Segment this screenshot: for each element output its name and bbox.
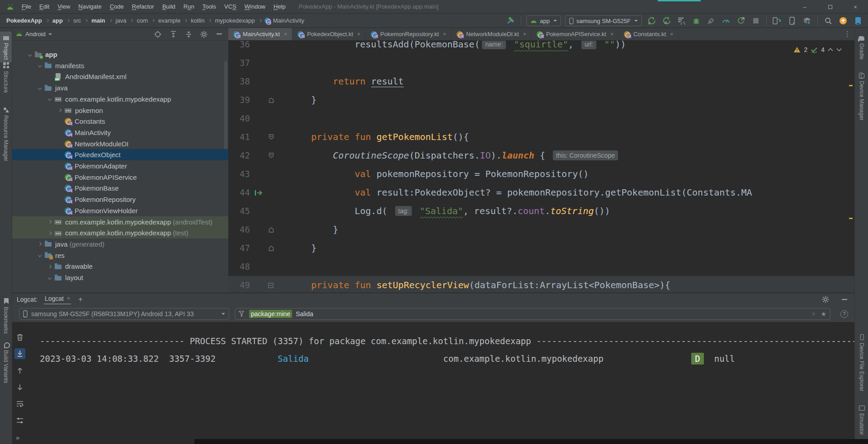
- breadcrumb-item[interactable]: java: [115, 17, 127, 24]
- editor-tab[interactable]: MainActivity.kt×: [228, 28, 292, 40]
- run-config-dropdown[interactable]: app: [526, 15, 561, 26]
- tool-strip-item-device-manager[interactable]: Device Manager: [855, 70, 868, 123]
- breadcrumb-item[interactable]: mypokedexapp: [214, 17, 255, 24]
- logcat-device-dropdown[interactable]: samsung SM-G525F (R58R313M1PY) Android 1…: [19, 308, 229, 320]
- favorite-filter-star-icon[interactable]: ★: [821, 310, 826, 318]
- tool-strip-item-project[interactable]: Project: [0, 32, 12, 62]
- close-icon[interactable]: ×: [443, 31, 446, 37]
- chevron-down-icon[interactable]: [48, 97, 52, 101]
- tree-row[interactable]: manifests: [12, 60, 228, 71]
- tree-row[interactable]: NetworkModuleDI: [12, 138, 228, 150]
- tree-row[interactable]: PokedexObject: [12, 149, 228, 160]
- tree-row[interactable]: PokemonAdapter: [12, 160, 228, 172]
- previous-occurrence-button[interactable]: [14, 365, 25, 376]
- fold-marker-icon[interactable]: [268, 276, 274, 293]
- sync-list-button[interactable]: [676, 15, 687, 26]
- menu-help[interactable]: Help: [269, 3, 290, 10]
- fold-marker-icon[interactable]: [268, 91, 274, 109]
- tree-row[interactable]: MainActivity: [12, 127, 228, 138]
- breadcrumb-item[interactable]: MainActivity: [272, 17, 305, 24]
- close-icon[interactable]: ×: [670, 31, 673, 37]
- tree-row[interactable]: app: [12, 49, 228, 60]
- menu-tools[interactable]: Tools: [198, 3, 220, 10]
- menu-code[interactable]: Code: [106, 3, 128, 10]
- build-hammer-button[interactable]: [505, 15, 516, 26]
- chevron-down-icon[interactable]: [38, 86, 42, 89]
- menu-vcs[interactable]: VCS: [220, 3, 241, 10]
- chevron-right-icon[interactable]: [48, 231, 52, 234]
- new-logcat-tab-button[interactable]: +: [78, 295, 83, 304]
- breadcrumb-item[interactable]: app: [52, 17, 64, 24]
- breadcrumb-item[interactable]: com: [136, 17, 149, 24]
- target-device-dropdown[interactable]: samsung SM-G525F: [565, 15, 642, 26]
- menu-refactor[interactable]: Refactor: [128, 3, 158, 10]
- tree-row[interactable]: com.example.kotlin.mypokedexapp(test): [12, 227, 228, 238]
- menu-edit[interactable]: Edit: [35, 3, 53, 10]
- tree-row[interactable]: java: [12, 82, 228, 93]
- search-everywhere-button[interactable]: [823, 15, 834, 26]
- editor-tab[interactable]: Constants.kt×: [619, 28, 679, 40]
- logcat-filter-input[interactable]: package:mine Salida × ★: [235, 308, 830, 320]
- breadcrumb-item[interactable]: example: [157, 17, 181, 24]
- minimize-button[interactable]: –: [792, 0, 817, 14]
- suspend-call-gutter-icon[interactable]: [255, 183, 264, 202]
- scroll-to-end-button[interactable]: [14, 348, 25, 359]
- collapse-all-button[interactable]: [183, 29, 194, 40]
- close-icon[interactable]: ×: [610, 31, 613, 37]
- tree-row[interactable]: layout: [12, 272, 228, 283]
- apply-changes-button[interactable]: A: [661, 15, 672, 26]
- more-tool-buttons-icon[interactable]: »: [16, 434, 19, 441]
- chevron-down-icon[interactable]: [28, 52, 32, 56]
- tree-row[interactable]: PokemonViewHolder: [12, 205, 228, 216]
- menu-file[interactable]: File: [18, 3, 35, 10]
- fold-marker-icon[interactable]: [268, 239, 274, 257]
- tree-row[interactable]: com.example.kotlin.mypokedexapp(androidT…: [12, 216, 228, 228]
- tool-strip-item-build-variants[interactable]: Build Variants: [0, 339, 12, 386]
- breadcrumb-item[interactable]: main: [90, 17, 106, 24]
- tree-row[interactable]: PokemonBase: [12, 182, 228, 194]
- tree-row[interactable]: AndroidManifest.xml: [12, 71, 228, 82]
- logcat-output[interactable]: ---------------------------- PROCESS STA…: [27, 322, 854, 439]
- settings-gear-button[interactable]: [198, 29, 209, 40]
- hide-logcat-button[interactable]: [839, 294, 850, 305]
- menu-build[interactable]: Build: [158, 3, 179, 10]
- editor-tab[interactable]: PokemonAPIService.kt×: [532, 28, 619, 40]
- menu-run[interactable]: Run: [179, 3, 198, 10]
- close-icon[interactable]: ×: [357, 31, 360, 37]
- tool-strip-item-gradle[interactable]: Gradle: [855, 33, 868, 62]
- close-icon[interactable]: ×: [284, 31, 287, 37]
- tabs-more-icon[interactable]: ⋮: [844, 30, 851, 38]
- menu-navigate[interactable]: Navigate: [74, 3, 105, 10]
- tree-row[interactable]: java(generated): [12, 238, 228, 250]
- chevron-right-icon[interactable]: [48, 220, 52, 224]
- breadcrumb-item[interactable]: kotlin: [190, 17, 205, 24]
- next-occurrence-button[interactable]: [14, 382, 25, 393]
- run-button[interactable]: [646, 15, 657, 26]
- editor-tab[interactable]: PokedexObject.kt×: [292, 28, 366, 40]
- hide-panel-button[interactable]: [214, 29, 225, 40]
- editor-tab[interactable]: PokemonRepository.kt×: [366, 28, 452, 40]
- attach-debugger-button[interactable]: [706, 15, 717, 26]
- tool-strip-item-emulator[interactable]: Emulator: [855, 402, 868, 438]
- sdk-manager-button[interactable]: [802, 15, 812, 26]
- stop-button[interactable]: [750, 15, 761, 26]
- fold-marker-icon[interactable]: [268, 220, 274, 239]
- soft-wrap-button[interactable]: [14, 398, 25, 409]
- tree-row[interactable]: res: [12, 250, 228, 261]
- clear-logcat-button[interactable]: [14, 332, 25, 342]
- chevron-right-icon[interactable]: [48, 265, 52, 268]
- tree-row[interactable]: com.example.kotlin.mypokedexapp: [12, 93, 228, 105]
- pair-device-button[interactable]: [787, 15, 797, 26]
- tree-row[interactable]: pokemon: [12, 105, 228, 116]
- logcat-tab[interactable]: Logcat ×: [44, 295, 71, 304]
- running-devices-button[interactable]: [853, 15, 863, 26]
- breadcrumb-item[interactable]: PokedexApp: [5, 17, 43, 24]
- configure-logcat-button[interactable]: [14, 415, 25, 426]
- menu-window[interactable]: Window: [241, 3, 269, 10]
- breadcrumb-item[interactable]: src: [72, 17, 82, 24]
- chevron-down-icon[interactable]: [38, 253, 42, 257]
- close-icon[interactable]: ×: [67, 295, 70, 302]
- expand-all-button[interactable]: [168, 29, 179, 40]
- tool-strip-item-device-file-explorer[interactable]: Device File Explorer: [855, 332, 868, 394]
- device-mirror-button[interactable]: [772, 15, 783, 26]
